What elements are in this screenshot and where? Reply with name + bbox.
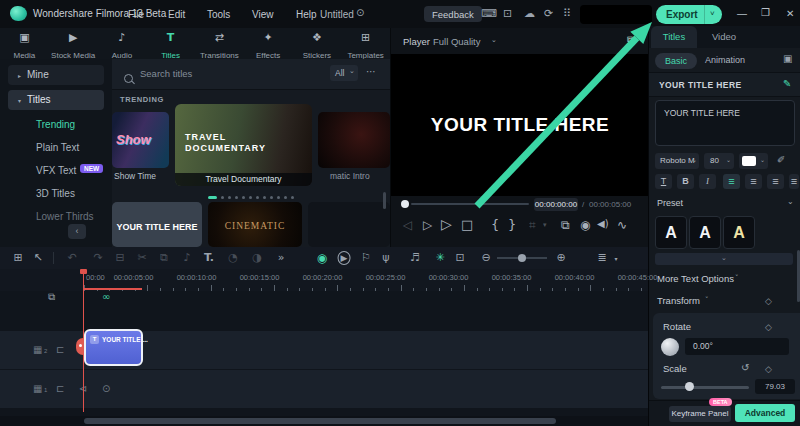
export-caret-icon[interactable]: ˅ — [710, 9, 715, 18]
menu-help[interactable]: Help — [296, 9, 317, 20]
filter-dropdown[interactable]: All ⌄ — [330, 65, 358, 81]
browser-scrollbar[interactable] — [383, 192, 386, 209]
keyboard-shortcut-icon[interactable]: ⌨ — [481, 8, 497, 19]
minimize-button[interactable]: — — [737, 8, 747, 19]
template-card-cinematic-intro[interactable] — [318, 112, 390, 168]
template-card-default-title[interactable]: YOUR TITLE HERE — [112, 202, 202, 247]
eyedropper-icon[interactable]: ✐ — [777, 155, 785, 165]
playhead-head[interactable] — [80, 269, 87, 274]
detach-player-icon[interactable]: ∿ — [617, 218, 627, 232]
tab-stickers[interactable]: ❖Stickers — [293, 28, 342, 59]
transform-section[interactable]: Transform — [657, 295, 700, 306]
project-settings-icon[interactable]: ⊙ — [356, 8, 364, 18]
title-text-input[interactable]: YOUR TITLE HERE — [655, 100, 795, 146]
scale-slider-track[interactable] — [661, 386, 749, 389]
volume-icon[interactable]: ◀) — [597, 218, 609, 229]
restore-button[interactable]: ❐ — [761, 8, 770, 18]
align-right-button[interactable]: ≡ — [767, 174, 784, 189]
scale-slider-handle[interactable] — [685, 382, 694, 391]
snapshot-icon[interactable]: ◉ — [580, 218, 590, 232]
zoom-in-icon[interactable]: ⊕ — [556, 251, 565, 264]
keyframe-tool-icon[interactable]: ♪ — [183, 251, 190, 264]
ai-copilot-icon[interactable]: ◉ — [317, 251, 327, 265]
template-card-show-time[interactable]: Show — [112, 112, 169, 168]
font-color-picker[interactable]: ⌄ — [739, 153, 768, 169]
previous-frame-icon[interactable]: ◁ — [403, 218, 412, 232]
quality-dropdown[interactable]: Full Quality — [433, 36, 481, 47]
select-tool-icon[interactable]: ↖ — [33, 251, 42, 264]
bold-button[interactable]: B — [677, 174, 694, 189]
edit-point-icon[interactable]: ⌗ — [529, 218, 536, 232]
zoom-slider-handle[interactable] — [518, 254, 526, 262]
preset-expand-bar[interactable]: ⌄ — [655, 253, 793, 265]
align-left-button[interactable]: ≡ — [723, 174, 740, 189]
font-family-dropdown[interactable]: Roboto M ⌄ — [655, 153, 699, 169]
track-row-1[interactable]: ▦ 1 ⊏ ⊲ ⊙ — [0, 370, 648, 408]
tab-media[interactable]: ▣Media — [0, 28, 49, 59]
tab-effects[interactable]: ✦Effects — [244, 28, 293, 59]
scrubber-handle[interactable] — [401, 200, 409, 208]
audio-mixer-icon[interactable]: ♬ — [410, 251, 420, 264]
rotate-value-field[interactable]: 0.00° — [685, 338, 789, 355]
export-button[interactable]: Export ˅ — [656, 5, 722, 24]
scale-value-field[interactable]: 79.03 — [755, 379, 795, 394]
menu-file[interactable]: File — [128, 9, 144, 20]
stop-icon[interactable]: □ — [461, 217, 473, 232]
split-icon[interactable]: ✂ — [137, 251, 146, 264]
crop-icon[interactable]: ⧉ — [160, 251, 168, 264]
sidebar-item-plain-text[interactable]: Plain Text — [36, 141, 79, 155]
tab-transitions[interactable]: ⇄Transitions — [195, 28, 244, 59]
save-preset-icon[interactable]: ▣ — [783, 54, 792, 64]
scrubber-track[interactable] — [411, 203, 529, 205]
speed-icon[interactable]: ◔ — [228, 251, 238, 264]
search-input[interactable]: Search titles — [140, 68, 192, 79]
mark-out-icon[interactable]: } — [508, 217, 516, 232]
lock-track-icon[interactable]: ⊏ — [56, 383, 64, 394]
title-clip[interactable]: T YOUR TITLE ... — [84, 329, 143, 366]
link-clips-icon[interactable]: ∞ — [102, 292, 110, 302]
template-card-travel-documentary[interactable]: TRAVEL DOCUMENTARY Travel Documentary — [175, 104, 312, 186]
play-icon[interactable]: ▷ — [441, 216, 452, 232]
more-options-icon[interactable]: ⋯ — [366, 67, 376, 77]
template-card-partial[interactable] — [308, 202, 390, 247]
preset-tile-2[interactable]: A — [689, 216, 721, 249]
rotate-knob[interactable] — [661, 338, 679, 356]
fit-timeline-icon[interactable]: ⊡ — [455, 251, 464, 264]
sidebar-item-trending[interactable]: Trending — [36, 118, 75, 132]
template-card-cinematic[interactable]: CINEMATIC — [208, 202, 302, 247]
tab-audio[interactable]: ♪Audio — [98, 28, 147, 59]
menu-view[interactable]: View — [252, 9, 274, 20]
sidebar-item-vfx-text[interactable]: VFX Text — [36, 164, 76, 178]
feedback-button[interactable]: Feedback — [424, 6, 482, 22]
tab-stock-media[interactable]: ▶Stock Media — [49, 28, 98, 59]
add-text-icon[interactable]: T. — [204, 251, 214, 264]
tab-video-inspector[interactable]: Video — [701, 26, 747, 48]
close-button[interactable]: ✕ — [786, 8, 794, 19]
menu-tools[interactable]: Tools — [207, 9, 230, 20]
paste-board-icon[interactable]: ⧉ — [48, 292, 55, 302]
sidebar-item-lower-thirds[interactable]: Lower Thirds — [36, 210, 94, 224]
preset-tile-1[interactable]: A — [655, 216, 687, 249]
preview-canvas[interactable]: YOUR TITLE HERE — [391, 54, 649, 196]
timeline-ruler[interactable]: 00:00 00:00:05:00 00:00:10:00 00:00:15:0… — [0, 269, 648, 291]
sync-icon[interactable]: ⟳ — [544, 8, 553, 19]
marker-icon[interactable]: ⚐ — [361, 251, 371, 264]
undo-icon[interactable]: ↶ — [67, 251, 76, 264]
sidebar-item-3d-titles[interactable]: 3D Titles — [36, 187, 75, 201]
collapse-sidebar-button[interactable]: ‹ — [68, 224, 86, 239]
keyframe-diamond-icon[interactable]: ◇ — [765, 322, 772, 332]
advanced-button[interactable]: Advanced — [735, 404, 795, 422]
zoom-out-icon[interactable]: ⊖ — [481, 251, 490, 264]
beat-detection-icon[interactable]: ✳ — [435, 251, 444, 264]
tab-titles[interactable]: TTitles — [146, 28, 195, 59]
chevron-down-icon[interactable]: ⌄ — [787, 198, 794, 206]
keyframe-panel-button[interactable]: Keyframe Panel — [669, 406, 731, 422]
tab-titles-inspector[interactable]: Titles — [651, 26, 697, 48]
redo-icon[interactable]: ↷ — [93, 251, 102, 264]
media-browser-icon[interactable]: ⊞ — [13, 251, 22, 264]
italic-button[interactable]: I — [699, 174, 716, 189]
sidebar-group-mine[interactable]: ▸Mine — [8, 65, 104, 85]
sidebar-group-titles[interactable]: ▾Titles — [8, 90, 104, 110]
pip-window-icon[interactable]: ⧉ — [627, 35, 634, 45]
lock-track-icon[interactable]: ⊏ — [56, 344, 64, 355]
